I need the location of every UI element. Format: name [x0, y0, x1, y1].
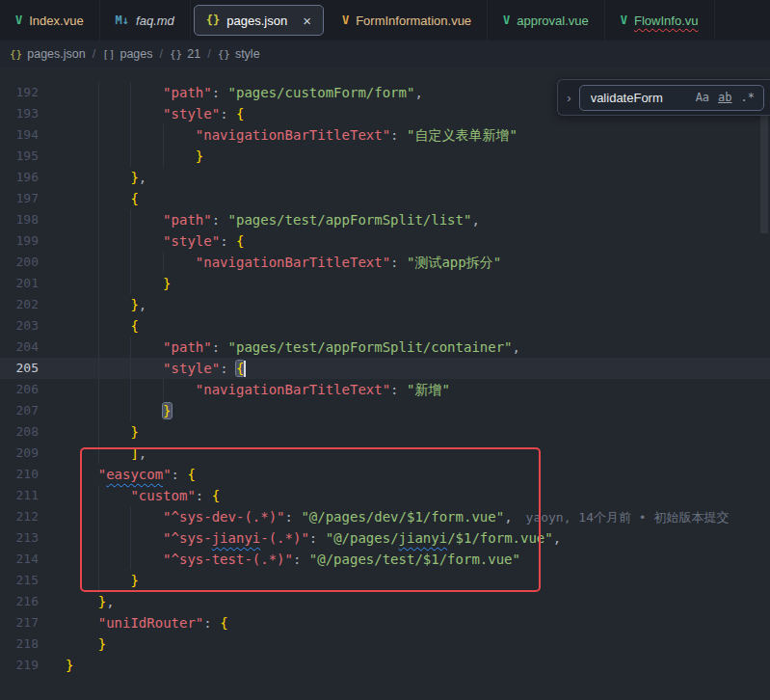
code-line[interactable]: 194"navigationBarTitleText": "自定义表单新增" — [0, 124, 770, 146]
code-line[interactable]: 218} — [0, 633, 770, 655]
tab-faq.md[interactable]: M↓faq.md — [100, 0, 191, 40]
line-number[interactable]: 192 — [0, 82, 54, 103]
code-line[interactable]: 216}, — [0, 591, 770, 612]
token: : — [172, 467, 188, 482]
code-line[interactable]: 201} — [0, 273, 770, 294]
line-number[interactable]: 212 — [0, 506, 54, 527]
regex-icon[interactable]: .* — [741, 91, 755, 104]
token: easycom — [106, 467, 163, 482]
code-line[interactable]: 213"^sys-jianyi-(.*)": "@/pages/jianyi/$… — [0, 527, 770, 549]
line-number[interactable]: 201 — [0, 273, 54, 294]
code-line[interactable]: 210"easycom": { — [0, 464, 770, 485]
token: : — [309, 530, 326, 546]
line-number[interactable]: 210 — [0, 464, 54, 485]
indent-guide — [98, 443, 131, 464]
token: : — [293, 552, 309, 567]
indent-guide — [163, 252, 196, 273]
line-content: } — [54, 633, 770, 655]
tab-pages.json[interactable]: {}pages.json× — [194, 5, 324, 36]
line-number[interactable]: 205 — [0, 358, 54, 379]
indent-guide — [66, 485, 98, 506]
code-line[interactable]: 212"^sys-dev-(.*)": "@/pages/dev/$1/form… — [0, 506, 770, 527]
code-line[interactable]: 211"custom": { — [0, 485, 770, 506]
line-number[interactable]: 219 — [0, 655, 54, 676]
indent-guide — [163, 124, 196, 146]
line-content: "custom": { — [54, 485, 770, 506]
line-number[interactable]: 196 — [0, 167, 54, 188]
token: } — [66, 658, 73, 673]
breadcrumb-item-style[interactable]: {}style — [218, 47, 260, 61]
line-number[interactable]: 209 — [0, 443, 54, 464]
breadcrumb-item-21[interactable]: {}21 — [170, 47, 200, 61]
line-number[interactable]: 218 — [0, 633, 54, 655]
line-number[interactable]: 204 — [0, 337, 54, 358]
code-line[interactable]: 214"^sys-test-(.*)": "@/pages/test/$1/fo… — [0, 549, 770, 570]
code-line[interactable]: 219} — [0, 655, 770, 676]
token: , — [106, 594, 114, 609]
indent-guide — [98, 188, 131, 209]
line-number[interactable]: 206 — [0, 379, 54, 400]
line-number[interactable]: 194 — [0, 124, 54, 146]
indent-guide — [98, 124, 131, 146]
chevron-right-icon[interactable]: › — [567, 91, 571, 105]
token: : — [220, 106, 236, 121]
code-line[interactable]: 215} — [0, 570, 770, 591]
token: "新增" — [407, 382, 450, 397]
vscode-window: { "icons": { "vue": "V", "markdown": "M↓… — [0, 0, 770, 700]
line-number[interactable]: 203 — [0, 315, 54, 337]
line-number[interactable]: 216 — [0, 591, 54, 612]
line-number[interactable]: 208 — [0, 421, 54, 443]
code-line[interactable]: 207} — [0, 400, 770, 421]
indent-guide — [66, 421, 98, 443]
tab-Index.vue[interactable]: VIndex.vue — [0, 0, 100, 40]
code-line[interactable]: 208} — [0, 421, 770, 443]
line-number[interactable]: 197 — [0, 188, 54, 209]
line-number[interactable]: 198 — [0, 209, 54, 230]
line-number[interactable]: 207 — [0, 400, 54, 421]
line-number[interactable]: 217 — [0, 612, 54, 633]
indent-guide — [98, 337, 131, 358]
indent-guide — [98, 400, 131, 421]
tab-FlowInfo.vu[interactable]: VFlowInfo.vu — [605, 0, 715, 40]
breadcrumb-item-pages[interactable]: []pages — [102, 47, 152, 61]
code-line[interactable]: 217"uniIdRouter": { — [0, 612, 770, 633]
line-number[interactable]: 202 — [0, 294, 54, 315]
line-number[interactable]: 193 — [0, 103, 54, 124]
token: ] — [130, 445, 138, 461]
indent-guide — [130, 252, 163, 273]
tab-label: Index.vue — [29, 13, 83, 28]
line-number[interactable]: 211 — [0, 485, 54, 506]
tab-approval.vue[interactable]: Vapproval.vue — [488, 0, 605, 40]
token: "navigationBarTitleText" — [196, 382, 390, 397]
find-input[interactable] — [589, 90, 687, 106]
breadcrumb-label: 21 — [187, 47, 200, 61]
match-case-icon[interactable]: Aa — [696, 91, 709, 104]
code-line[interactable]: 200"navigationBarTitleText": "测试app拆分" — [0, 252, 770, 273]
code-line[interactable]: 205"style": { — [0, 358, 770, 379]
whole-word-icon[interactable]: ab — [718, 91, 731, 104]
line-number[interactable]: 214 — [0, 549, 54, 570]
code-line[interactable]: 195} — [0, 146, 770, 167]
line-number[interactable]: 195 — [0, 146, 54, 167]
token: : — [196, 488, 212, 503]
code-line[interactable]: 204"path": "pages/test/appFormSplit/cont… — [0, 337, 770, 358]
code-line[interactable]: 198"path": "pages/test/appFormSplit/list… — [0, 209, 770, 230]
code-line[interactable]: 203{ — [0, 315, 770, 337]
line-content: }, — [54, 167, 770, 188]
code-line[interactable]: 206"navigationBarTitleText": "新增" — [0, 379, 770, 400]
code-line[interactable]: 199"style": { — [0, 230, 770, 252]
code-line[interactable]: 209], — [0, 443, 770, 464]
breadcrumb-item-pages.json[interactable]: {}pages.json — [10, 47, 86, 61]
line-number[interactable]: 200 — [0, 252, 54, 273]
line-number[interactable]: 213 — [0, 527, 54, 549]
code-line[interactable]: 196}, — [0, 167, 770, 188]
line-number[interactable]: 199 — [0, 230, 54, 252]
tab-FormInformation.vue[interactable]: VFormInformation.vue — [327, 0, 488, 40]
line-number[interactable]: 215 — [0, 570, 54, 591]
close-icon[interactable]: × — [303, 13, 311, 28]
indent-guide — [98, 252, 131, 273]
token: , — [553, 530, 561, 546]
code-line[interactable]: 197{ — [0, 188, 770, 209]
indent-guide — [66, 379, 98, 400]
code-line[interactable]: 202}, — [0, 294, 770, 315]
